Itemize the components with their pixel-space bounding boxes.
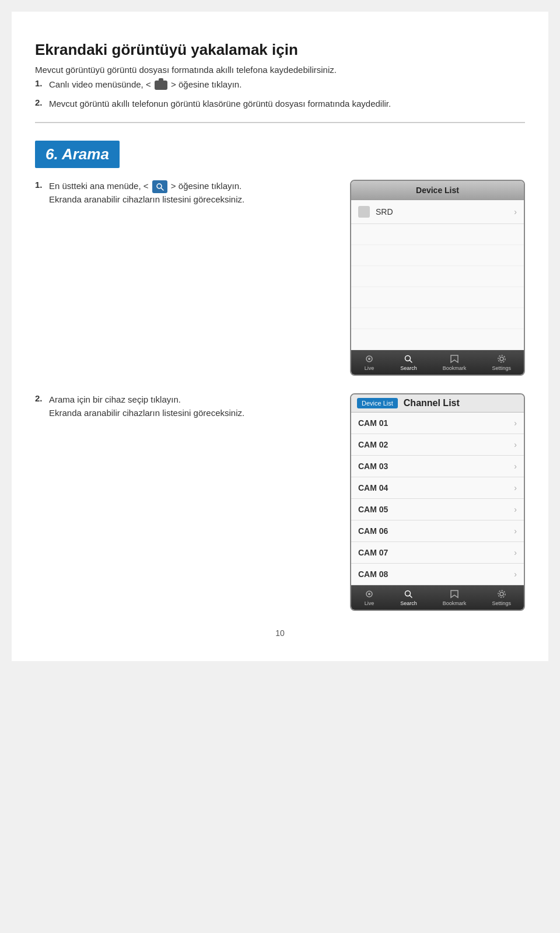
- footer2-bookmark: Bookmark: [443, 589, 467, 606]
- cam-03-label: CAM 03: [358, 462, 514, 471]
- footer2-live: Live: [364, 589, 374, 606]
- step-1-text: Canlı video menüsünde, < > öğesine tıkla…: [49, 78, 242, 92]
- cam-05-row[interactable]: CAM 05 ›: [351, 499, 524, 520]
- cam-06-arrow: ›: [514, 526, 517, 536]
- step-2-left: 2. Arama için bir cihaz seçip tıklayın. …: [35, 393, 338, 611]
- cam-07-arrow: ›: [514, 548, 517, 557]
- cam-08-label: CAM 08: [358, 569, 514, 579]
- step-2-row: 2. Arama için bir cihaz seçip tıklayın. …: [35, 393, 525, 611]
- cam-03-arrow: ›: [514, 462, 517, 471]
- channel-list-header-bar: Device List Channel List: [351, 394, 524, 413]
- footer-settings-label: Settings: [492, 365, 511, 371]
- footer2-live-label: Live: [365, 600, 374, 606]
- phone-mockup-2: Device List Channel List CAM 01 › CAM 02…: [350, 393, 525, 611]
- footer2-search: Search: [400, 589, 417, 606]
- bookmark-icon: [449, 354, 460, 364]
- search-footer-icon: [403, 354, 414, 364]
- step-2-text: Mevcut görüntü akıllı telefonun görüntü …: [49, 97, 391, 111]
- step-2-num: 2.: [35, 97, 49, 107]
- channel-list-title: Channel List: [404, 398, 460, 408]
- empty-row-4: [351, 287, 524, 308]
- top-section: Ekrandaki görüntüyü yakalamak için Mevcu…: [35, 29, 525, 123]
- srd-arrow: ›: [514, 207, 517, 216]
- srd-label: SRD: [376, 207, 514, 216]
- footer-live: Live: [364, 354, 374, 371]
- top-description: Mevcut görüntüyü görüntü dosyası formatı…: [35, 65, 525, 75]
- empty-row-5: [351, 308, 524, 329]
- footer2-search-label: Search: [400, 600, 417, 606]
- cam-05-label: CAM 05: [358, 505, 514, 514]
- cam-02-row[interactable]: CAM 02 ›: [351, 434, 524, 456]
- cam-02-arrow: ›: [514, 440, 517, 449]
- search-footer-icon-2: [403, 589, 414, 599]
- svg-line-5: [410, 360, 412, 362]
- cam-04-arrow: ›: [514, 483, 517, 492]
- step-1-item: 1. En üstteki ana menüde, < > öğesine tı…: [35, 180, 338, 207]
- page-title: Ekrandaki görüntüyü yakalamak için: [35, 41, 525, 59]
- live-icon: [364, 354, 374, 364]
- search-icon-inline: [152, 180, 167, 193]
- svg-line-1: [161, 188, 163, 190]
- section-6-header: 6. Arama: [35, 141, 120, 168]
- cam-01-row[interactable]: CAM 01 ›: [351, 413, 524, 434]
- svg-point-8: [498, 355, 505, 362]
- cam-05-arrow: ›: [514, 505, 517, 514]
- footer-bookmark: Bookmark: [443, 354, 467, 371]
- camera-icon: [155, 81, 167, 90]
- phone-footer-1: Live Search: [351, 350, 524, 375]
- svg-point-14: [500, 592, 503, 596]
- device-list-header: Device List: [351, 181, 524, 200]
- bookmark-icon-2: [449, 589, 460, 599]
- step-2-search-num: 2.: [35, 393, 49, 403]
- step-1-left: 1. En üstteki ana menüde, < > öğesine tı…: [35, 180, 338, 376]
- cam-07-row[interactable]: CAM 07 ›: [351, 542, 524, 564]
- footer2-settings: Settings: [492, 589, 511, 606]
- cam-04-row[interactable]: CAM 04 ›: [351, 477, 524, 499]
- cam-06-row[interactable]: CAM 06 ›: [351, 520, 524, 542]
- svg-point-7: [500, 357, 503, 361]
- svg-marker-13: [451, 590, 458, 597]
- cam-01-arrow: ›: [514, 418, 517, 428]
- phone-mockup-1: Device List SRD ›: [350, 180, 525, 376]
- empty-row-3: [351, 266, 524, 287]
- footer-settings: Settings: [492, 354, 511, 371]
- phone-footer-2: Live Search: [351, 585, 524, 610]
- step-1-capture: 1. Canlı video menüsünde, < > öğesine tı…: [35, 78, 525, 92]
- cam-04-label: CAM 04: [358, 483, 514, 492]
- svg-point-3: [368, 358, 370, 360]
- settings-icon-2: [496, 589, 507, 599]
- empty-row-6: [351, 329, 524, 350]
- settings-icon: [496, 354, 507, 364]
- footer2-bookmark-label: Bookmark: [443, 600, 467, 606]
- footer-live-label: Live: [365, 365, 374, 371]
- page-number: 10: [35, 628, 525, 638]
- step-1-search-text: En üstteki ana menüde, < > öğesine tıkla…: [49, 180, 244, 207]
- cam-08-arrow: ›: [514, 569, 517, 579]
- srd-row: SRD ›: [351, 200, 524, 224]
- device-list-mockup: Device List SRD ›: [350, 180, 525, 376]
- live-icon-2: [364, 589, 374, 599]
- cam-03-row[interactable]: CAM 03 ›: [351, 456, 524, 477]
- step-2-search-text: Arama için bir cihaz seçip tıklayın. Ekr…: [49, 393, 244, 420]
- step-1-search-num: 1.: [35, 180, 49, 190]
- empty-row-2: [351, 245, 524, 266]
- cam-02-label: CAM 02: [358, 440, 514, 449]
- footer-search-label: Search: [400, 365, 417, 371]
- cam-07-label: CAM 07: [358, 548, 514, 557]
- srd-icon: [358, 206, 370, 218]
- step-2-capture: 2. Mevcut görüntü akıllı telefonun görün…: [35, 97, 525, 111]
- svg-point-15: [498, 590, 505, 597]
- step-1-num: 1.: [35, 78, 49, 88]
- svg-marker-6: [451, 355, 458, 362]
- footer2-settings-label: Settings: [492, 600, 511, 606]
- svg-point-10: [368, 593, 370, 595]
- channel-back-button[interactable]: Device List: [357, 398, 398, 408]
- step-1-row: 1. En üstteki ana menüde, < > öğesine tı…: [35, 180, 525, 376]
- cam-01-label: CAM 01: [358, 418, 514, 428]
- cam-08-row[interactable]: CAM 08 ›: [351, 564, 524, 585]
- footer-search: Search: [400, 354, 417, 371]
- channel-list-mockup: Device List Channel List CAM 01 › CAM 02…: [350, 393, 525, 611]
- footer-bookmark-label: Bookmark: [443, 365, 467, 371]
- svg-line-12: [410, 595, 412, 597]
- empty-row-1: [351, 224, 524, 245]
